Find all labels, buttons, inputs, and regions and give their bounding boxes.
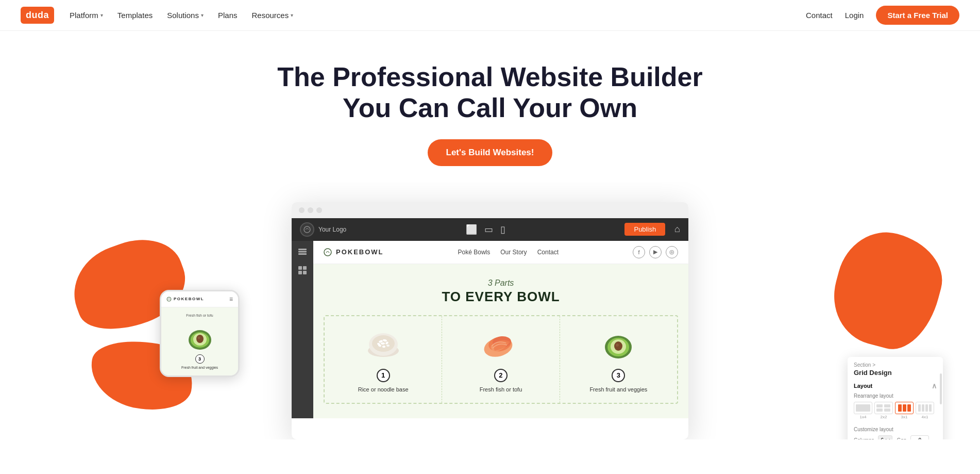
panel-collapse-icon[interactable]: ∧ bbox=[932, 382, 937, 390]
bowl-item-3-image bbox=[598, 326, 639, 363]
layout-opt-2x2-label: 2x2 bbox=[874, 415, 893, 419]
bowl-item-2-num: 2 bbox=[494, 369, 508, 382]
svg-rect-2 bbox=[298, 251, 307, 252]
facebook-icon[interactable]: f bbox=[633, 246, 645, 258]
site-nav-links: Poké Bowls Our Story Contact bbox=[458, 249, 559, 256]
nav-item-solutions[interactable]: Solutions ▾ bbox=[167, 11, 204, 20]
editor-sidebar bbox=[292, 241, 313, 418]
site-logo: POKEBOWL bbox=[324, 248, 384, 256]
svg-point-0 bbox=[304, 226, 310, 233]
svg-rect-3 bbox=[298, 253, 307, 255]
editor-home-icon[interactable]: ⌂ bbox=[674, 224, 680, 235]
bowl-item-1-num: 1 bbox=[377, 369, 390, 382]
svg-rect-7 bbox=[303, 271, 307, 274]
bowl-item-2-label: Fresh fish or tofu bbox=[447, 386, 554, 393]
editor-toolbar: Your Logo ⬜ ▭ ▯ Publish ⌂ bbox=[292, 218, 688, 241]
hero-cta-button[interactable]: Let's Build Websites! bbox=[428, 139, 553, 166]
bowl-item-1: 1 Rice or noodle base bbox=[325, 316, 442, 403]
nav-links: Platform ▾ Templates Solutions ▾ Plans R… bbox=[70, 11, 806, 20]
panel-breadcrumb: Section > bbox=[854, 362, 937, 368]
decorative-blob-right bbox=[823, 221, 952, 357]
widget-icon[interactable] bbox=[298, 266, 307, 275]
panel-layout-title: Layout ∧ bbox=[854, 382, 937, 390]
bowl-subtitle: 3 Parts bbox=[324, 279, 678, 288]
browser-dot-green bbox=[316, 207, 322, 213]
hero-section: The Professional Website Builder You Can… bbox=[0, 31, 980, 182]
nav-logo[interactable]: duda bbox=[21, 7, 54, 24]
nav-login-link[interactable]: Login bbox=[845, 11, 864, 20]
layout-opt-1x4[interactable] bbox=[854, 402, 872, 414]
site-social-icons: f ▶ ◎ bbox=[633, 246, 678, 258]
nav-item-templates[interactable]: Templates bbox=[117, 11, 153, 20]
chevron-down-icon: ▾ bbox=[100, 12, 103, 18]
layout-options: 1x4 2x2 bbox=[854, 402, 937, 419]
browser-dot-yellow bbox=[308, 207, 313, 213]
nav-contact-link[interactable]: Contact bbox=[806, 11, 833, 20]
layout-opt-3x1-label: 3x1 bbox=[895, 415, 914, 419]
svg-point-33 bbox=[197, 336, 200, 339]
tablet-icon[interactable]: ▭ bbox=[484, 224, 493, 235]
browser-window: Your Logo ⬜ ▭ ▯ Publish ⌂ bbox=[292, 202, 688, 439]
nav-right: Contact Login Start a Free Trial bbox=[806, 6, 959, 25]
editor-device-icons: ⬜ ▭ ▯ bbox=[466, 224, 505, 235]
panel-columns-row: Columns 6 3 4 Gap px bbox=[854, 435, 937, 439]
layout-opt-4x1[interactable] bbox=[916, 402, 934, 414]
site-nav: POKEBOWL Poké Bowls Our Story Contact f … bbox=[313, 241, 688, 264]
panel-columns-select[interactable]: 6 3 4 bbox=[878, 435, 892, 439]
mobile-item-label: Fresh fruit and veggies bbox=[166, 366, 233, 369]
layout-opt-2x2[interactable] bbox=[874, 402, 893, 414]
svg-point-19 bbox=[386, 345, 390, 347]
bowl-item-2: 2 Fresh fish or tofu bbox=[442, 316, 560, 403]
layout-opt-1x4-label: 1x4 bbox=[854, 415, 872, 419]
layers-icon[interactable] bbox=[298, 248, 307, 255]
desktop-icon[interactable]: ⬜ bbox=[466, 224, 477, 235]
bowl-item-3-label: Fresh fruit and veggies bbox=[565, 386, 672, 393]
panel-title: Grid Design bbox=[854, 369, 937, 377]
editor-publish-button[interactable]: Publish bbox=[624, 223, 665, 236]
instagram-icon[interactable]: ◎ bbox=[666, 246, 678, 258]
panel-unit-1: px bbox=[933, 438, 938, 439]
mobile-icon[interactable]: ▯ bbox=[500, 224, 505, 235]
mobile-nav: POKEBOWL ≡ bbox=[161, 291, 238, 307]
mobile-nav-logo: POKEBOWL bbox=[166, 297, 204, 302]
mobile-content: Fresh fish or tofu 3 Fresh fruit and veg… bbox=[161, 307, 238, 375]
svg-point-27 bbox=[616, 344, 619, 347]
mockup-section: Your Logo ⬜ ▭ ▯ Publish ⌂ bbox=[0, 182, 980, 439]
svg-point-28 bbox=[167, 297, 171, 301]
mobile-avocado-image bbox=[184, 321, 215, 351]
chevron-down-icon: ▾ bbox=[291, 12, 293, 18]
nav-cta-button[interactable]: Start a Free Trial bbox=[876, 6, 959, 25]
browser-dot-red bbox=[299, 207, 305, 213]
svg-point-8 bbox=[324, 249, 331, 256]
navbar: duda Platform ▾ Templates Solutions ▾ Pl… bbox=[0, 0, 980, 31]
svg-rect-4 bbox=[298, 266, 302, 270]
layout-opt-4x1-label: 4x1 bbox=[916, 415, 934, 419]
panel-customize-label: Customize layout bbox=[854, 427, 937, 432]
mobile-item-num: 3 bbox=[195, 354, 205, 364]
mobile-menu-icon[interactable]: ≡ bbox=[229, 296, 233, 303]
editor-logo-area: Your Logo bbox=[300, 222, 346, 237]
svg-point-32 bbox=[196, 335, 204, 343]
bowl-title: TO EVERY BOWL bbox=[324, 289, 678, 305]
panel-scrollbar[interactable] bbox=[940, 373, 942, 404]
nav-item-resources[interactable]: Resources ▾ bbox=[251, 11, 293, 20]
panel-rearrange-label: Rearrange layout bbox=[854, 393, 937, 399]
youtube-icon[interactable]: ▶ bbox=[649, 246, 662, 258]
editor-body: POKEBOWL Poké Bowls Our Story Contact f … bbox=[292, 241, 688, 418]
panel-gap-label-1: Gap bbox=[897, 437, 906, 439]
mobile-item-text: Fresh fish or tofu bbox=[166, 314, 233, 317]
panel-gap-input-1[interactable] bbox=[910, 435, 929, 439]
layout-opt-3x1[interactable] bbox=[895, 402, 914, 414]
website-content: POKEBOWL Poké Bowls Our Story Contact f … bbox=[313, 241, 688, 418]
chevron-down-icon: ▾ bbox=[201, 12, 204, 18]
grid-design-panel: Section > Grid Design Layout ∧ Rearrange… bbox=[848, 357, 943, 439]
browser-bar bbox=[292, 202, 688, 218]
bowl-section: 3 Parts TO EVERY BOWL bbox=[313, 264, 688, 418]
bowl-item-1-image bbox=[363, 326, 404, 363]
nav-item-platform[interactable]: Platform ▾ bbox=[70, 11, 103, 20]
svg-rect-5 bbox=[303, 266, 307, 270]
mobile-mockup: POKEBOWL ≡ Fresh fish or tofu 3 Fresh fr… bbox=[160, 290, 240, 377]
editor-logo-icon bbox=[300, 222, 314, 237]
svg-rect-6 bbox=[298, 271, 302, 274]
nav-item-plans[interactable]: Plans bbox=[218, 11, 238, 20]
